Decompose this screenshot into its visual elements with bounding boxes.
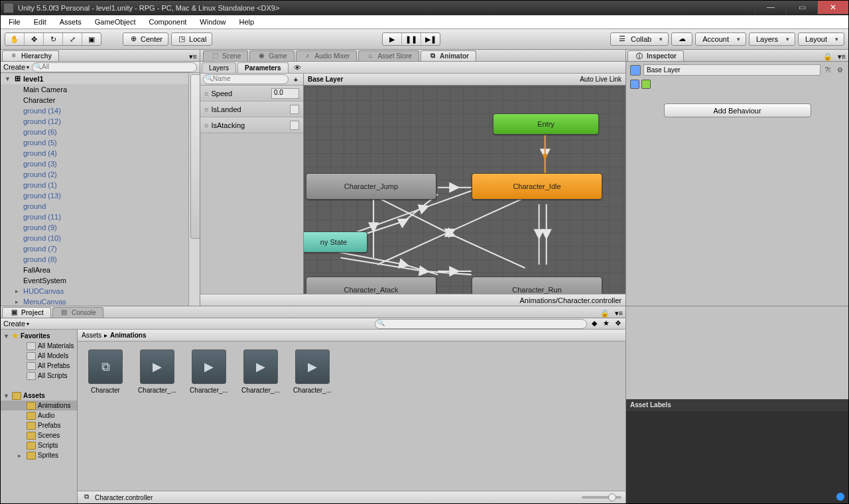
hierarchy-scene-row[interactable]: ▼⊞level1 <box>1 74 188 84</box>
inspector-lock-button[interactable]: 🔒 <box>820 52 835 61</box>
tab-animator[interactable]: ⧉Animator <box>421 50 476 61</box>
gear-icon[interactable]: ⚙ <box>835 66 844 75</box>
breadcrumb-leaf[interactable]: Animations <box>110 332 146 339</box>
inspector-options-button[interactable]: ▾≡ <box>835 52 848 61</box>
project-asset-grid[interactable]: ⧉Character▶Character_...▶Character_...▶C… <box>78 342 625 491</box>
project-folder-item[interactable]: Animations <box>1 401 77 410</box>
account-dropdown[interactable]: Account <box>695 32 746 46</box>
animator-parameter-row[interactable]: ≡IsAtacking <box>200 117 303 133</box>
project-asset[interactable]: ▶Character_... <box>291 349 334 394</box>
hierarchy-item[interactable]: ▸HUDCanvas <box>1 286 188 296</box>
node-entry[interactable]: Entry <box>493 113 599 135</box>
step-button[interactable]: ▶❚ <box>421 33 440 45</box>
pivot-rotation-button[interactable]: ◳Local <box>171 32 212 46</box>
hierarchy-item[interactable]: ground (12) <box>1 116 188 127</box>
parameter-value-field[interactable]: 0.0 <box>271 88 299 99</box>
project-options-button[interactable]: ▾≡ <box>612 309 625 318</box>
hierarchy-item[interactable]: ground (5) <box>1 137 188 148</box>
node-attack[interactable]: Character_Atack <box>306 277 436 294</box>
pause-button[interactable]: ❚❚ <box>402 33 421 45</box>
hierarchy-item[interactable]: ground (1) <box>1 180 188 190</box>
hierarchy-item[interactable]: ground (13) <box>1 190 188 201</box>
tab-game[interactable]: ◉Game <box>249 50 294 61</box>
tab-scene[interactable]: ⬚Scene <box>203 50 248 61</box>
hierarchy-item[interactable]: ground (6) <box>1 127 188 137</box>
hierarchy-tab[interactable]: ≡Hierarchy <box>2 50 59 61</box>
rotate-tool-button[interactable]: ↻ <box>44 33 63 45</box>
menu-gameobject[interactable]: GameObject <box>88 17 143 27</box>
project-tab[interactable]: ▣Project <box>2 307 51 318</box>
hierarchy-item[interactable]: EventSystem <box>1 275 188 286</box>
hierarchy-item[interactable]: FallArea <box>1 265 188 275</box>
ik-tag-icon[interactable] <box>630 80 639 89</box>
animator-parameter-row[interactable]: ≡IsLanded <box>200 101 303 117</box>
drag-handle-icon[interactable]: ≡ <box>204 121 207 129</box>
menu-component[interactable]: Component <box>142 17 193 27</box>
project-folder-item[interactable]: Scenes <box>1 430 77 440</box>
asset-labels-header[interactable]: Asset Labels <box>626 399 848 411</box>
parameter-checkbox[interactable] <box>290 121 299 130</box>
project-assets-header[interactable]: ▼Assets <box>1 391 77 401</box>
hierarchy-item[interactable]: ground (14) <box>1 105 188 116</box>
project-spacer[interactable] <box>1 381 77 391</box>
search-by-label-button[interactable]: ★ <box>602 319 611 328</box>
hierarchy-item[interactable]: ground (11) <box>1 212 188 222</box>
hierarchy-item[interactable]: ground <box>1 201 188 212</box>
project-folder-item[interactable]: Scripts <box>1 440 77 450</box>
project-favorites-header[interactable]: ▼★Favorites <box>1 331 77 341</box>
layout-dropdown[interactable]: Layout <box>798 32 844 46</box>
project-favorite-item[interactable]: All Prefabs <box>1 361 77 371</box>
tab-asset-store[interactable]: ⌂Asset Store <box>358 50 419 61</box>
hierarchy-item[interactable]: ground (10) <box>1 233 188 243</box>
pivot-mode-button[interactable]: ⊕Center <box>123 32 168 46</box>
project-sidebar[interactable]: ▼★FavoritesAll MaterialsAll ModelsAll Pr… <box>1 330 78 503</box>
drag-handle-icon[interactable]: ≡ <box>204 105 207 113</box>
breadcrumb-root[interactable]: Assets <box>82 332 101 339</box>
project-lock-button[interactable]: 🔒 <box>598 309 612 318</box>
project-folder-item[interactable]: Audio <box>1 410 77 420</box>
hierarchy-item[interactable]: ground (4) <box>1 148 188 158</box>
node-jump[interactable]: Character_Jump <box>306 173 436 200</box>
parameter-search-input[interactable]: Name <box>203 74 289 84</box>
node-run[interactable]: Character_Run <box>472 277 602 294</box>
hierarchy-item[interactable]: ▸MenuCanvas <box>1 296 188 306</box>
scale-tool-button[interactable]: ⤢ <box>63 33 82 45</box>
asset-labels-body[interactable] <box>626 411 848 504</box>
menu-help[interactable]: Help <box>232 17 261 27</box>
hierarchy-item[interactable]: ground (7) <box>1 243 188 254</box>
menu-edit[interactable]: Edit <box>27 17 53 27</box>
project-asset[interactable]: ▶Character_... <box>136 349 178 394</box>
hand-tool-button[interactable]: ✋ <box>5 33 25 45</box>
help-icon[interactable]: ?⃝ <box>823 66 832 75</box>
menu-file[interactable]: File <box>2 17 27 27</box>
node-idle[interactable]: Character_Idle <box>472 173 602 200</box>
hierarchy-item[interactable]: ground (9) <box>1 222 188 233</box>
eye-icon[interactable]: 👁 <box>293 64 303 72</box>
project-asset[interactable]: ▶Character_... <box>239 349 282 394</box>
hierarchy-item[interactable]: Main Camera <box>1 84 188 95</box>
window-close-button[interactable]: ✕ <box>817 1 848 14</box>
window-maximize-button[interactable]: ▭ <box>786 1 817 14</box>
inspector-tab[interactable]: ⓘInspector <box>627 50 684 61</box>
hierarchy-item[interactable]: ground (8) <box>1 254 188 265</box>
hierarchy-options-button[interactable]: ▾≡ <box>186 52 200 61</box>
hierarchy-search-input[interactable]: All <box>32 62 197 72</box>
project-asset[interactable]: ⧉Character <box>84 349 127 394</box>
collab-dropdown[interactable]: ☰Collab <box>610 32 669 46</box>
hierarchy-list[interactable]: ▼⊞level1Main CameraCharacterground (14)g… <box>1 73 188 306</box>
parameter-checkbox[interactable] <box>290 105 299 114</box>
hierarchy-scrollbar[interactable] <box>188 73 200 306</box>
project-favorite-item[interactable]: All Models <box>1 351 77 361</box>
animator-parameter-row[interactable]: ≡Speed0.0 <box>200 86 303 101</box>
hierarchy-create-dropdown[interactable]: Create▾ <box>3 63 29 71</box>
project-create-dropdown[interactable]: Create▾ <box>3 320 29 328</box>
project-folder-item[interactable]: Prefabs <box>1 420 77 430</box>
layers-dropdown[interactable]: Layers <box>749 32 795 46</box>
play-button[interactable]: ▶ <box>383 33 402 45</box>
cloud-button[interactable]: ☁ <box>671 32 692 46</box>
console-tab[interactable]: ▤Console <box>52 307 103 318</box>
move-tool-button[interactable]: ✥ <box>25 33 44 45</box>
window-minimize-button[interactable]: — <box>755 1 786 14</box>
rect-tool-button[interactable]: ▣ <box>82 33 101 45</box>
hierarchy-item[interactable]: ground (3) <box>1 158 188 169</box>
